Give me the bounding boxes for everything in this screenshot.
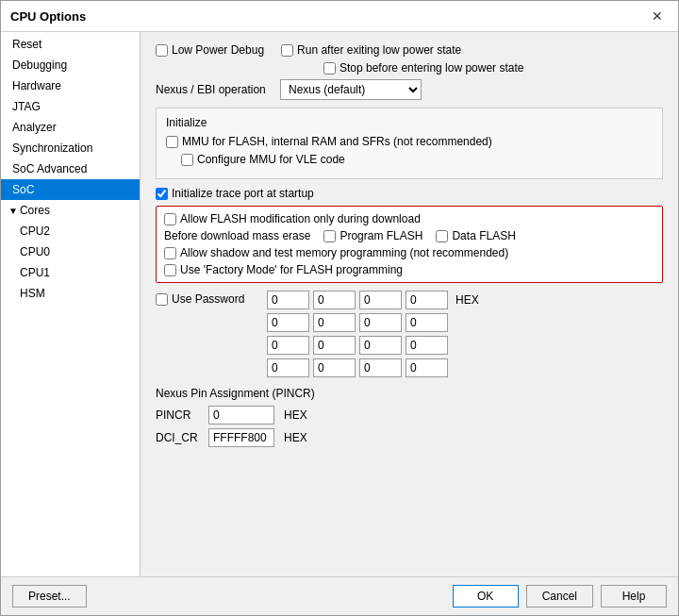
configure-mmu-row: Configure MMU for VLE code	[166, 153, 653, 166]
allow-flash-input[interactable]	[164, 213, 176, 225]
sidebar-item-cpu0[interactable]: CPU0	[1, 241, 140, 262]
pw-r0c1[interactable]	[313, 291, 356, 309]
pincr-input[interactable]	[208, 406, 274, 425]
pw-r0c2[interactable]	[359, 291, 402, 309]
close-button[interactable]: ✕	[646, 7, 669, 25]
help-button[interactable]: Help	[601, 585, 667, 608]
allow-flash-checkbox[interactable]: Allow FLASH modification only during dow…	[164, 212, 421, 225]
pw-r0c0[interactable]	[267, 291, 309, 309]
footer-left: Preset...	[12, 585, 87, 608]
mmu-flash-row: MMU for FLASH, internal RAM and SFRs (no…	[166, 135, 653, 148]
configure-mmu-checkbox[interactable]: Configure MMU for VLE code	[181, 153, 345, 166]
initialize-group: Initialize MMU for FLASH, internal RAM a…	[156, 108, 663, 179]
dci-cr-label: DCI_CR	[156, 431, 203, 444]
stop-before-checkbox[interactable]: Stop before entering low power state	[323, 61, 523, 75]
allow-flash-row: Allow FLASH modification only during dow…	[164, 212, 654, 225]
use-password-input[interactable]	[156, 293, 168, 306]
sidebar: Reset Debugging Hardware JTAG Analyzer S…	[1, 32, 141, 576]
allow-flash-label: Allow FLASH modification only during dow…	[180, 212, 421, 225]
pw-r1c3[interactable]	[406, 313, 448, 332]
sidebar-item-analyzer[interactable]: Analyzer	[1, 117, 140, 138]
sidebar-item-cpu1[interactable]: CPU1	[1, 262, 140, 283]
low-power-debug-input[interactable]	[156, 44, 168, 57]
data-flash-label: Data FLASH	[452, 229, 515, 242]
pw-r1c1[interactable]	[313, 313, 356, 332]
ok-button[interactable]: OK	[453, 585, 519, 608]
pw-r3c0[interactable]	[267, 358, 309, 377]
factory-mode-input[interactable]	[164, 264, 176, 276]
pw-r0c3[interactable]	[406, 291, 448, 309]
pw-r3c1[interactable]	[313, 358, 356, 377]
low-power-debug-checkbox[interactable]: Low Power Debug	[156, 43, 264, 57]
footer-right: OK Cancel Help	[453, 585, 667, 608]
pw-r3c3[interactable]	[406, 358, 448, 377]
configure-mmu-label: Configure MMU for VLE code	[197, 153, 345, 166]
pincr-label: PINCR	[156, 408, 203, 422]
pw-r3c2[interactable]	[359, 358, 402, 377]
mmu-flash-input[interactable]	[166, 136, 178, 148]
mmu-flash-checkbox[interactable]: MMU for FLASH, internal RAM and SFRs (no…	[166, 135, 492, 148]
configure-mmu-input[interactable]	[181, 154, 193, 166]
sidebar-item-hsm[interactable]: HSM	[1, 283, 140, 304]
pw-r1c2[interactable]	[359, 313, 402, 332]
program-flash-label: Program FLASH	[340, 229, 422, 242]
sidebar-item-soc-advanced[interactable]: SoC Advanced	[1, 158, 140, 179]
sidebar-item-synchronization[interactable]: Synchronization	[1, 138, 140, 158]
dci-cr-input[interactable]	[208, 428, 274, 447]
factory-mode-checkbox[interactable]: Use 'Factory Mode' for FLASH programming	[164, 263, 403, 276]
pw-r2c0[interactable]	[267, 336, 309, 355]
pw-r2c2[interactable]	[359, 336, 402, 355]
sidebar-item-soc[interactable]: SoC	[1, 179, 140, 200]
stop-before-label: Stop before entering low power state	[340, 61, 523, 75]
use-password-checkbox[interactable]: Use Password	[156, 292, 259, 306]
allow-shadow-input[interactable]	[164, 247, 176, 259]
preset-button[interactable]: Preset...	[12, 585, 87, 608]
title-bar: CPU Options ✕	[1, 1, 678, 32]
pw-r1c0[interactable]	[267, 313, 309, 332]
init-trace-input[interactable]	[156, 188, 168, 200]
sidebar-section-cores: ▼ Cores	[1, 200, 140, 221]
dci-cr-hex-label: HEX	[284, 431, 307, 444]
cancel-button[interactable]: Cancel	[526, 585, 593, 608]
hex-label-row0: HEX	[455, 293, 479, 307]
stop-before-row: Stop before entering low power state	[308, 61, 663, 75]
pw-r2c1[interactable]	[313, 336, 356, 355]
before-download-row: Before download mass erase Program FLASH…	[164, 229, 654, 242]
initialize-title: Initialize	[166, 116, 653, 129]
cpu-options-dialog: CPU Options ✕ Reset Debugging Hardware J…	[0, 0, 679, 616]
chevron-down-icon: ▼	[8, 206, 18, 216]
program-flash-input[interactable]	[323, 230, 336, 242]
sidebar-item-debugging[interactable]: Debugging	[1, 55, 140, 75]
factory-mode-label: Use 'Factory Mode' for FLASH programming	[180, 263, 403, 276]
run-after-checkbox[interactable]: Run after exiting low power state	[281, 43, 461, 57]
password-fields: HEX	[267, 291, 479, 377]
sidebar-item-jtag[interactable]: JTAG	[1, 96, 140, 117]
nexus-ebi-dropdown-wrap: Nexus (default) EBI	[280, 79, 422, 100]
sidebar-item-cpu2[interactable]: CPU2	[1, 221, 140, 241]
sidebar-item-hardware[interactable]: Hardware	[1, 75, 140, 96]
cores-label: Cores	[20, 204, 50, 217]
factory-mode-row: Use 'Factory Mode' for FLASH programming	[164, 263, 654, 276]
run-after-label: Run after exiting low power state	[297, 43, 461, 57]
sidebar-item-reset[interactable]: Reset	[1, 34, 140, 55]
program-flash-checkbox[interactable]: Program FLASH	[323, 229, 422, 242]
allow-shadow-checkbox[interactable]: Allow shadow and test memory programming…	[164, 246, 508, 259]
nexus-ebi-select[interactable]: Nexus (default) EBI	[280, 79, 422, 100]
stop-before-input[interactable]	[323, 62, 336, 75]
run-after-input[interactable]	[281, 44, 293, 57]
flash-group: Allow FLASH modification only during dow…	[156, 206, 663, 283]
data-flash-checkbox[interactable]: Data FLASH	[436, 229, 515, 242]
top-checkboxes: Low Power Debug Run after exiting low po…	[156, 43, 663, 75]
allow-shadow-label: Allow shadow and test memory programming…	[180, 246, 508, 259]
init-trace-checkbox[interactable]: Initialize trace port at startup	[156, 187, 314, 200]
before-download-label: Before download mass erase	[164, 229, 310, 242]
pincr-row: PINCR HEX	[156, 406, 663, 425]
nexus-ebi-row: Nexus / EBI operation Nexus (default) EB…	[156, 79, 663, 100]
pincr-hex-label: HEX	[284, 408, 307, 422]
allow-shadow-row: Allow shadow and test memory programming…	[164, 246, 654, 259]
dci-cr-row: DCI_CR HEX	[156, 428, 663, 447]
pw-r2c3[interactable]	[406, 336, 448, 355]
data-flash-input[interactable]	[436, 230, 448, 242]
password-row: Use Password HEX	[156, 291, 663, 377]
low-power-debug-label: Low Power Debug	[172, 43, 264, 57]
